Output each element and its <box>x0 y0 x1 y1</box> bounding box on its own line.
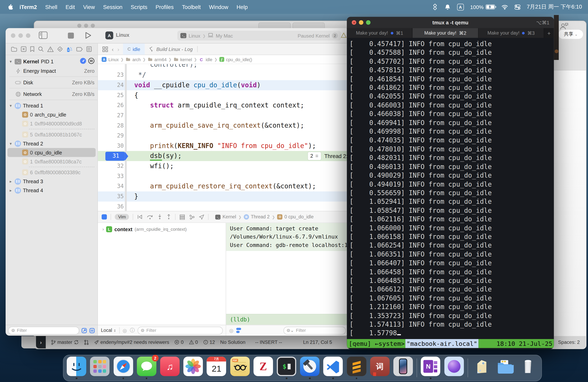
tab-overview-icon[interactable] <box>102 46 108 52</box>
tab-build-log[interactable]: Build Linux - Log <box>145 43 197 55</box>
process-row-kernel[interactable]: ▾ ›_ Kernel PID 1 <box>6 57 97 66</box>
line-number[interactable]: 24 <box>98 80 124 90</box>
line-number[interactable]: 25 <box>98 90 124 100</box>
bg-zoom-button[interactable] <box>91 24 95 28</box>
dock-pdf-reader-icon[interactable]: PDF <box>230 357 250 376</box>
breadcrumb-item-kernel[interactable]: kernel <box>180 57 192 62</box>
tab-1[interactable]: Make your day!⌘1 <box>347 28 413 38</box>
pull-request-icon[interactable] <box>84 340 89 345</box>
tag-icon[interactable] <box>76 47 83 51</box>
notification-bell-icon[interactable] <box>444 4 451 10</box>
sidebar-toggle-icon[interactable] <box>39 32 48 40</box>
errors-item[interactable]: 0 <box>174 340 183 345</box>
line-number[interactable]: 32 <box>98 161 124 171</box>
debug-crumb-1[interactable]: Thread 2 <box>251 214 270 220</box>
input-source-icon[interactable]: A <box>457 4 464 10</box>
share-button[interactable]: 共享⌄ <box>558 30 583 39</box>
test-diamond-icon[interactable] <box>57 46 63 52</box>
status-badge[interactable]: 2 <box>332 33 338 38</box>
sidebar-thread-4[interactable]: ▸Thread 4 <box>6 186 97 195</box>
code-line-25[interactable]: 25{ <box>98 90 349 100</box>
dock-iphone-mirroring-icon[interactable] <box>393 357 413 376</box>
vim-mode-indicator[interactable]: -- INSERT -- <box>255 340 282 345</box>
gauge-icon[interactable] <box>80 58 86 65</box>
dock-messages-icon[interactable]: 2 <box>137 357 156 376</box>
code-line-26[interactable]: 26 struct arm_cpuidle_irq_context contex… <box>98 100 349 111</box>
lldb-prompt[interactable]: (lldb) <box>226 314 349 325</box>
breadcrumb-item-Linux[interactable]: Linux <box>108 57 119 62</box>
code-line-30[interactable]: 30 printk(KERN_INFO "INFO from cpu_do_id… <box>98 141 349 151</box>
report-list-icon[interactable] <box>86 46 92 52</box>
menu-session[interactable]: Session <box>99 4 126 10</box>
dock-terminal-icon[interactable]: $ <box>277 357 296 376</box>
breadcrumb-item-cpudoidle[interactable]: cpu_do_idle() <box>226 57 252 62</box>
line-number[interactable]: 30 <box>98 141 124 151</box>
sidebar-filter-input[interactable]: ⊜ Filter <box>8 326 79 334</box>
chevron-down-icon[interactable]: ▾ <box>9 59 13 64</box>
debug-spray-icon[interactable] <box>66 46 73 52</box>
stack-frame-0xffa1800081b1067c[interactable]: ⚙50xffa1800081b1067c <box>6 130 97 139</box>
minimize-button[interactable] <box>359 20 363 25</box>
dock-xcode-icon[interactable] <box>300 357 320 376</box>
dock-calendar-icon[interactable]: 7月21 <box>207 357 226 376</box>
back-icon[interactable]: ‹ <box>112 46 114 52</box>
app-diamonds-icon[interactable] <box>432 4 438 10</box>
minimize-button[interactable] <box>18 33 23 38</box>
bg-minimize-button[interactable] <box>84 24 88 28</box>
close-button[interactable] <box>352 20 357 25</box>
stop-button[interactable] <box>68 33 74 38</box>
menu-window[interactable]: Window <box>205 4 232 10</box>
run-button[interactable] <box>85 32 92 40</box>
dock-finder-icon[interactable] <box>67 357 86 376</box>
scope-icon[interactable]: ◎ <box>229 328 233 333</box>
line-number[interactable]: 35 <box>98 191 124 202</box>
line-number[interactable]: 31 <box>98 151 124 161</box>
menu-clock[interactable]: 7月21日 周一 下午6:10 <box>526 3 582 11</box>
zoom-button[interactable] <box>366 20 371 25</box>
code-line-32[interactable]: 32 wfi(); <box>98 161 349 171</box>
menu-edit[interactable]: Edit <box>62 4 79 10</box>
code-line-28[interactable]: 28 arm_cpuidle_save_irq_context(&context… <box>98 121 349 131</box>
line-number[interactable]: 34 <box>98 181 124 191</box>
solution-item[interactable]: No Solution <box>220 340 245 345</box>
code-line-29[interactable]: 29 <box>98 131 349 141</box>
remote-indicator[interactable]: › <box>36 336 46 348</box>
close-button[interactable] <box>11 33 15 38</box>
dock-paper-carton-icon[interactable] <box>472 357 491 376</box>
code-line-34[interactable]: 34 arm_cpuidle_restore_irq_context(&cont… <box>98 181 349 191</box>
scope-selector[interactable]: Local ⇕ <box>101 328 116 333</box>
line-number[interactable]: 28 <box>98 121 124 131</box>
sidebar-thread-3[interactable]: ▸Thread 3 <box>6 177 97 186</box>
line-number[interactable]: 36 <box>98 202 124 211</box>
pr-status-item[interactable]: endeny/mpv#2 needs reviewers <box>94 340 169 345</box>
code-line-35[interactable]: 35} <box>98 191 349 202</box>
apple-menu-icon[interactable] <box>8 4 13 10</box>
breadcrumb-item-arm64[interactable]: arm64 <box>154 57 167 62</box>
dock-music-icon[interactable]: ♫ <box>160 357 180 376</box>
stack-frame-0xffae80008108ca7c[interactable]: ⚙10xffae80008108ca7c <box>6 157 97 166</box>
menu-toolbelt[interactable]: Toolbelt <box>178 4 205 10</box>
menu-view[interactable]: View <box>79 4 99 10</box>
flag-filter-icon[interactable] <box>81 328 87 333</box>
tmux-session-segment[interactable]: [qemu] ←system> <box>347 339 405 348</box>
cpu-report-icon[interactable] <box>88 58 95 65</box>
variable-row-context[interactable]: › L context (arm_cpuidle_irq_context) <box>98 223 226 232</box>
dock-launcher-orb-icon[interactable] <box>444 357 464 376</box>
view-hierarchy-icon[interactable] <box>179 214 185 220</box>
control-center-icon[interactable] <box>514 4 520 10</box>
menu-profiles[interactable]: Profiles <box>151 4 178 10</box>
menu-iterm2[interactable]: iTerm2 <box>15 4 41 10</box>
step-out-icon[interactable] <box>166 214 171 220</box>
dock-downloads-folder-icon[interactable] <box>495 357 515 376</box>
code-line-31[interactable]: 31 dsb(sy);2≡Thread 2: <box>98 151 349 161</box>
bg-close-button[interactable] <box>77 24 81 28</box>
gauge-network[interactable]: NetworkZero KB/s <box>6 90 97 98</box>
stack-frame-arch_cpu_idle[interactable]: ⚙0arch_cpu_idle <box>6 110 97 119</box>
dock-dictionary-icon[interactable]: 词 <box>370 357 390 376</box>
line-number[interactable]: 29 <box>98 131 124 141</box>
vim-mode-badge[interactable]: Vim <box>115 214 129 220</box>
breadcrumb-item-arch[interactable]: arch <box>132 57 141 62</box>
cursor-position[interactable]: Ln 217, Col 5 <box>303 340 332 345</box>
stack-frame-0xffbf80008003389c[interactable]: ⚙60xffbf80008003389c <box>6 168 97 177</box>
line-number[interactable]: 27 <box>98 111 124 121</box>
